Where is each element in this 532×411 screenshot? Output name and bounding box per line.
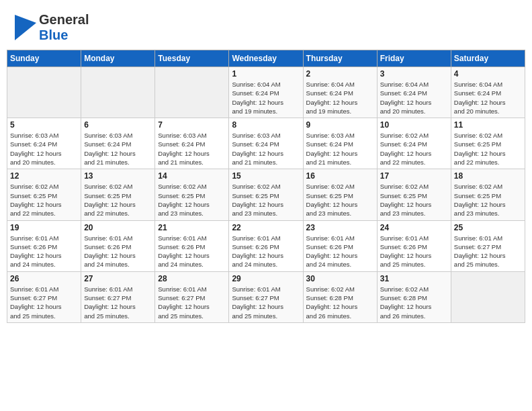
day-number: 28 [158, 274, 226, 283]
calendar-week-3: 12Sunrise: 6:02 AM Sunset: 6:25 PM Dayli… [7, 169, 525, 220]
day-number: 2 [306, 69, 374, 79]
day-header-wednesday: Wednesday [229, 50, 303, 67]
day-number: 11 [454, 120, 522, 130]
calendar-cell: 14Sunrise: 6:02 AM Sunset: 6:25 PM Dayli… [155, 169, 229, 220]
calendar-cell: 25Sunrise: 6:01 AM Sunset: 6:27 PM Dayli… [451, 220, 525, 271]
day-info: Sunrise: 6:02 AM Sunset: 6:28 PM Dayligh… [380, 285, 448, 320]
calendar-cell: 4Sunrise: 6:04 AM Sunset: 6:24 PM Daylig… [451, 67, 525, 118]
calendar-cell: 23Sunrise: 6:01 AM Sunset: 6:26 PM Dayli… [303, 220, 377, 271]
page-header: GeneralBlue [7, 7, 525, 47]
calendar-cell: 9Sunrise: 6:03 AM Sunset: 6:24 PM Daylig… [303, 118, 377, 169]
day-number: 13 [84, 171, 152, 181]
day-number: 17 [380, 171, 448, 181]
day-info: Sunrise: 6:01 AM Sunset: 6:27 PM Dayligh… [158, 285, 226, 320]
day-number: 7 [158, 120, 226, 130]
day-number: 22 [232, 223, 300, 232]
day-info: Sunrise: 6:04 AM Sunset: 6:24 PM Dayligh… [454, 80, 522, 116]
calendar-cell [7, 67, 81, 118]
calendar-cell: 24Sunrise: 6:01 AM Sunset: 6:26 PM Dayli… [377, 220, 451, 271]
calendar-cell: 18Sunrise: 6:02 AM Sunset: 6:25 PM Dayli… [451, 169, 525, 220]
day-number: 31 [380, 274, 448, 283]
day-info: Sunrise: 6:01 AM Sunset: 6:27 PM Dayligh… [232, 285, 300, 320]
day-number: 16 [306, 171, 374, 181]
day-info: Sunrise: 6:01 AM Sunset: 6:26 PM Dayligh… [306, 234, 374, 269]
logo-icon [15, 15, 36, 40]
calendar-cell: 26Sunrise: 6:01 AM Sunset: 6:27 PM Dayli… [7, 271, 81, 322]
day-number: 9 [306, 120, 374, 130]
day-header-saturday: Saturday [451, 50, 525, 67]
day-number: 27 [84, 274, 152, 283]
day-info: Sunrise: 6:01 AM Sunset: 6:26 PM Dayligh… [232, 234, 300, 269]
day-info: Sunrise: 6:03 AM Sunset: 6:24 PM Dayligh… [10, 131, 78, 167]
day-info: Sunrise: 6:03 AM Sunset: 6:24 PM Dayligh… [84, 131, 152, 167]
day-header-tuesday: Tuesday [155, 50, 229, 67]
calendar-week-5: 26Sunrise: 6:01 AM Sunset: 6:27 PM Dayli… [7, 271, 525, 322]
day-info: Sunrise: 6:02 AM Sunset: 6:25 PM Dayligh… [158, 182, 226, 218]
calendar-cell: 3Sunrise: 6:04 AM Sunset: 6:24 PM Daylig… [377, 67, 451, 118]
day-number: 14 [158, 171, 226, 181]
calendar-cell: 12Sunrise: 6:02 AM Sunset: 6:25 PM Dayli… [7, 169, 81, 220]
day-number: 25 [454, 223, 522, 232]
calendar-cell: 21Sunrise: 6:01 AM Sunset: 6:26 PM Dayli… [155, 220, 229, 271]
day-number: 5 [10, 120, 78, 130]
calendar-cell: 22Sunrise: 6:01 AM Sunset: 6:26 PM Dayli… [229, 220, 303, 271]
logo-inner: GeneralBlue [15, 12, 89, 43]
day-info: Sunrise: 6:02 AM Sunset: 6:25 PM Dayligh… [380, 182, 448, 218]
day-number: 15 [232, 171, 300, 181]
day-number: 18 [454, 171, 522, 181]
calendar-cell: 11Sunrise: 6:02 AM Sunset: 6:25 PM Dayli… [451, 118, 525, 169]
calendar-cell: 2Sunrise: 6:04 AM Sunset: 6:24 PM Daylig… [303, 67, 377, 118]
calendar-cell: 30Sunrise: 6:02 AM Sunset: 6:28 PM Dayli… [303, 271, 377, 322]
day-number: 3 [380, 69, 448, 79]
calendar-cell: 19Sunrise: 6:01 AM Sunset: 6:26 PM Dayli… [7, 220, 81, 271]
day-info: Sunrise: 6:01 AM Sunset: 6:26 PM Dayligh… [380, 234, 448, 269]
day-info: Sunrise: 6:02 AM Sunset: 6:25 PM Dayligh… [232, 182, 300, 218]
day-info: Sunrise: 6:03 AM Sunset: 6:24 PM Dayligh… [158, 131, 226, 167]
day-info: Sunrise: 6:04 AM Sunset: 6:24 PM Dayligh… [380, 80, 448, 116]
logo: GeneralBlue [15, 12, 89, 43]
day-info: Sunrise: 6:03 AM Sunset: 6:24 PM Dayligh… [306, 131, 374, 167]
day-number: 4 [454, 69, 522, 79]
calendar-cell: 15Sunrise: 6:02 AM Sunset: 6:25 PM Dayli… [229, 169, 303, 220]
day-info: Sunrise: 6:01 AM Sunset: 6:27 PM Dayligh… [10, 285, 78, 320]
day-number: 10 [380, 120, 448, 130]
day-info: Sunrise: 6:01 AM Sunset: 6:27 PM Dayligh… [454, 234, 522, 269]
day-header-thursday: Thursday [303, 50, 377, 67]
calendar-cell: 31Sunrise: 6:02 AM Sunset: 6:28 PM Dayli… [377, 271, 451, 322]
svg-marker-0 [15, 15, 36, 40]
day-info: Sunrise: 6:02 AM Sunset: 6:24 PM Dayligh… [380, 131, 448, 167]
calendar-cell: 20Sunrise: 6:01 AM Sunset: 6:26 PM Dayli… [81, 220, 155, 271]
day-info: Sunrise: 6:04 AM Sunset: 6:24 PM Dayligh… [306, 80, 374, 116]
logo-blue: Blue [39, 28, 89, 43]
calendar-header-row: SundayMondayTuesdayWednesdayThursdayFrid… [7, 50, 525, 67]
day-info: Sunrise: 6:02 AM Sunset: 6:25 PM Dayligh… [84, 182, 152, 218]
day-info: Sunrise: 6:02 AM Sunset: 6:25 PM Dayligh… [10, 182, 78, 218]
day-number: 1 [232, 69, 300, 79]
calendar-week-4: 19Sunrise: 6:01 AM Sunset: 6:26 PM Dayli… [7, 220, 525, 271]
day-header-monday: Monday [81, 50, 155, 67]
day-info: Sunrise: 6:02 AM Sunset: 6:28 PM Dayligh… [306, 285, 374, 320]
day-number: 23 [306, 223, 374, 232]
day-number: 8 [232, 120, 300, 130]
day-info: Sunrise: 6:04 AM Sunset: 6:24 PM Dayligh… [232, 80, 300, 116]
calendar-cell: 8Sunrise: 6:03 AM Sunset: 6:24 PM Daylig… [229, 118, 303, 169]
calendar-cell [451, 271, 525, 322]
day-header-friday: Friday [377, 50, 451, 67]
day-number: 30 [306, 274, 374, 283]
calendar-cell: 29Sunrise: 6:01 AM Sunset: 6:27 PM Dayli… [229, 271, 303, 322]
day-info: Sunrise: 6:02 AM Sunset: 6:25 PM Dayligh… [454, 182, 522, 218]
day-info: Sunrise: 6:01 AM Sunset: 6:26 PM Dayligh… [158, 234, 226, 269]
calendar-cell: 16Sunrise: 6:02 AM Sunset: 6:25 PM Dayli… [303, 169, 377, 220]
calendar-cell: 6Sunrise: 6:03 AM Sunset: 6:24 PM Daylig… [81, 118, 155, 169]
calendar-cell: 13Sunrise: 6:02 AM Sunset: 6:25 PM Dayli… [81, 169, 155, 220]
calendar-cell: 1Sunrise: 6:04 AM Sunset: 6:24 PM Daylig… [229, 67, 303, 118]
day-number: 24 [380, 223, 448, 232]
calendar-cell: 10Sunrise: 6:02 AM Sunset: 6:24 PM Dayli… [377, 118, 451, 169]
day-info: Sunrise: 6:03 AM Sunset: 6:24 PM Dayligh… [232, 131, 300, 167]
day-info: Sunrise: 6:01 AM Sunset: 6:26 PM Dayligh… [84, 234, 152, 269]
day-number: 29 [232, 274, 300, 283]
day-number: 6 [84, 120, 152, 130]
calendar-table: SundayMondayTuesdayWednesdayThursdayFrid… [7, 50, 525, 323]
calendar-cell: 27Sunrise: 6:01 AM Sunset: 6:27 PM Dayli… [81, 271, 155, 322]
calendar-week-2: 5Sunrise: 6:03 AM Sunset: 6:24 PM Daylig… [7, 118, 525, 169]
